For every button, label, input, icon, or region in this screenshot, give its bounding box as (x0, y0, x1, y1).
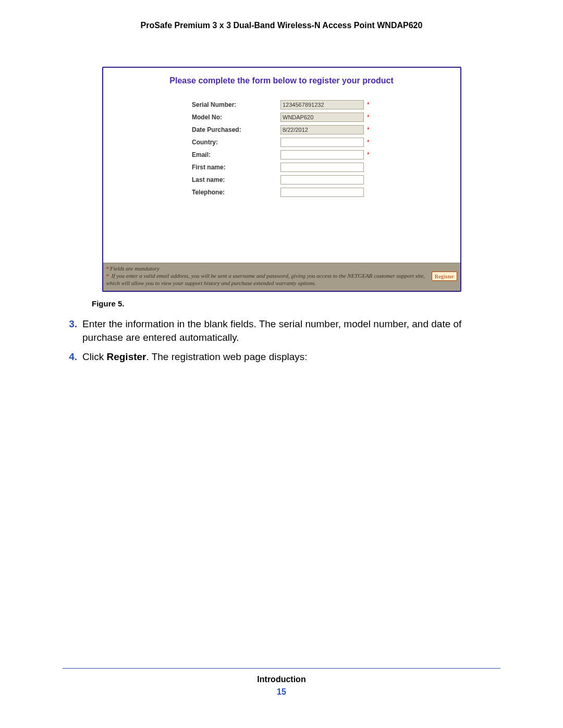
step-3-number: 3. (63, 317, 77, 344)
register-button[interactable]: Register (432, 272, 457, 281)
last-name-label: Last name: (192, 176, 280, 183)
registration-panel: Please complete the form below to regist… (102, 67, 461, 292)
footer-chapter: Introduction (63, 675, 500, 684)
required-star-icon: * (367, 114, 371, 121)
row-country: Country: * (192, 138, 371, 147)
figure-caption: Figure 5. (92, 299, 500, 308)
country-input[interactable] (280, 138, 364, 147)
serial-number-label: Serial Number: (192, 101, 280, 108)
step-4-number: 4. (63, 350, 77, 364)
serial-number-input[interactable] (280, 100, 364, 109)
panel-footer: *Fields are mandatory * If you enter a v… (103, 263, 460, 291)
date-purchased-label: Date Purchased: (192, 126, 280, 133)
footnote-star-icon: * (106, 273, 109, 279)
row-first-name: First name: (192, 163, 371, 172)
required-star-icon: * (367, 151, 371, 158)
row-model-no: Model No: * (192, 113, 371, 122)
required-star-icon: * (367, 139, 371, 146)
required-star-icon: * (367, 126, 371, 133)
telephone-input[interactable] (280, 188, 364, 197)
page-footer: Introduction 15 (63, 668, 500, 697)
first-name-input[interactable] (280, 163, 364, 172)
footnote-star-icon: * (106, 265, 109, 272)
telephone-label: Telephone: (192, 189, 280, 196)
doc-header-title: ProSafe Premium 3 x 3 Dual-Band Wireless… (63, 21, 500, 30)
email-input[interactable] (280, 150, 364, 159)
step-4: 4. Click Register. The registration web … (63, 350, 500, 364)
row-date-purchased: Date Purchased: * (192, 125, 371, 134)
row-last-name: Last name: (192, 175, 371, 184)
registration-form: Serial Number: * Model No: * Date Purcha… (192, 100, 371, 200)
form-title: Please complete the form below to regist… (114, 76, 450, 85)
footer-page-number: 15 (63, 687, 500, 697)
country-label: Country: (192, 139, 280, 146)
email-label: Email: (192, 151, 280, 158)
row-serial-number: Serial Number: * (192, 100, 371, 109)
required-star-icon: * (367, 101, 371, 108)
row-email: Email: * (192, 150, 371, 159)
model-no-input[interactable] (280, 113, 364, 122)
footnote-line2: If you enter a valid email address, you … (106, 273, 425, 286)
step-4-text: Click Register. The registration web pag… (82, 350, 500, 364)
last-name-input[interactable] (280, 175, 364, 184)
step-3-text: Enter the information in the blank field… (82, 317, 500, 344)
first-name-label: First name: (192, 164, 280, 171)
row-telephone: Telephone: (192, 188, 371, 197)
model-no-label: Model No: (192, 114, 280, 121)
footnote-line1: Fields are mandatory (110, 265, 160, 272)
date-purchased-input[interactable] (280, 125, 364, 134)
footer-rule (63, 668, 500, 669)
step-3: 3. Enter the information in the blank fi… (63, 317, 500, 344)
